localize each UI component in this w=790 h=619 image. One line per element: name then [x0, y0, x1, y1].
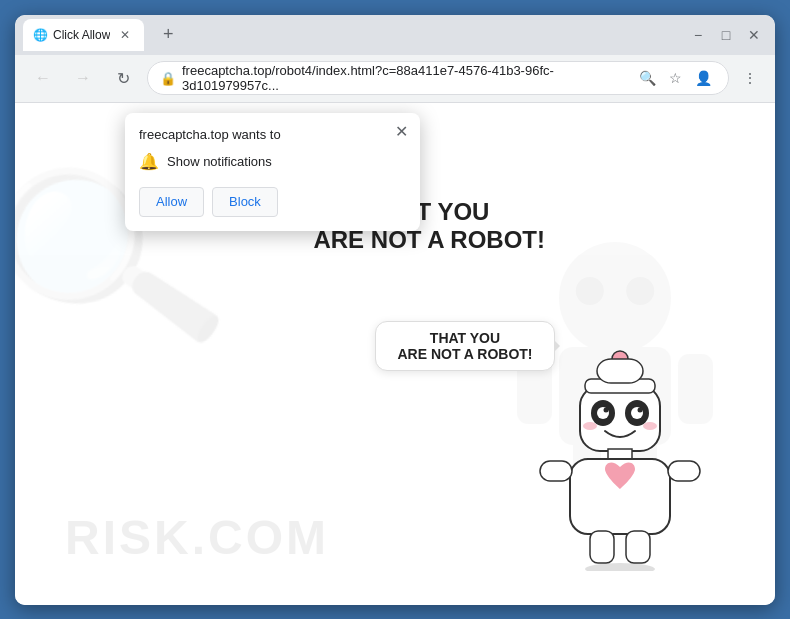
permission-text: Show notifications	[167, 154, 272, 169]
maximize-button[interactable]: □	[713, 22, 739, 48]
svg-point-16	[638, 407, 643, 412]
close-button[interactable]: ✕	[741, 22, 767, 48]
watermark-text: RISK.COM	[65, 510, 329, 565]
svg-point-27	[585, 563, 655, 571]
lock-icon: 🔒	[160, 71, 176, 86]
toolbar-right: ⋮	[737, 65, 763, 91]
minimize-button[interactable]: −	[685, 22, 711, 48]
svg-point-17	[583, 422, 597, 430]
svg-rect-24	[668, 461, 700, 481]
back-button[interactable]: ←	[27, 62, 59, 94]
title-bar: 🌐 Click Allow ✕ + − □ ✕	[15, 15, 775, 55]
bell-icon: 🔔	[139, 152, 159, 171]
menu-button[interactable]: ⋮	[737, 65, 763, 91]
window-controls: − □ ✕	[685, 22, 767, 48]
tab-favicon: 🌐	[33, 28, 47, 42]
popup-buttons: Allow Block	[139, 187, 406, 217]
profile-icon[interactable]: 👤	[690, 65, 716, 91]
browser-window: 🌐 Click Allow ✕ + − □ ✕ ← → ↻ 🔒 freecapt…	[15, 15, 775, 605]
svg-rect-21	[597, 359, 643, 383]
popup-title: freecaptcha.top wants to	[139, 127, 406, 142]
search-icon[interactable]: 🔍	[634, 65, 660, 91]
new-tab-button[interactable]: +	[154, 21, 182, 49]
robot-svg	[525, 341, 715, 571]
page-content: 🔍 RISK.COM THAT YOU ARE NOT A ROBOT! THA…	[15, 103, 775, 605]
speech-bubble-text: THAT YOUARE NOT A ROBOT!	[397, 330, 532, 362]
address-actions: 🔍 ☆ 👤	[634, 65, 716, 91]
speech-bubble: THAT YOUARE NOT A ROBOT!	[375, 321, 555, 371]
notification-popup: ✕ freecaptcha.top wants to 🔔 Show notifi…	[125, 113, 420, 231]
svg-point-15	[604, 407, 609, 412]
svg-point-7	[626, 277, 654, 305]
forward-button[interactable]: →	[67, 62, 99, 94]
block-button[interactable]: Block	[212, 187, 278, 217]
address-text: freecaptcha.top/robot4/index.html?c=88a4…	[182, 63, 628, 93]
svg-point-18	[643, 422, 657, 430]
svg-point-0	[559, 242, 671, 354]
svg-rect-10	[580, 386, 660, 451]
svg-rect-26	[626, 531, 650, 563]
tab-title: Click Allow	[53, 28, 110, 42]
active-tab[interactable]: 🌐 Click Allow ✕	[23, 19, 144, 51]
popup-close-button[interactable]: ✕	[390, 121, 412, 143]
tab-close-button[interactable]: ✕	[116, 26, 134, 44]
robot-illustration: THAT YOUARE NOT A ROBOT!	[525, 341, 715, 575]
allow-button[interactable]: Allow	[139, 187, 204, 217]
refresh-button[interactable]: ↻	[107, 62, 139, 94]
toolbar: ← → ↻ 🔒 freecaptcha.top/robot4/index.htm…	[15, 55, 775, 103]
svg-rect-25	[590, 531, 614, 563]
popup-permission: 🔔 Show notifications	[139, 152, 406, 171]
svg-rect-23	[540, 461, 572, 481]
address-bar[interactable]: 🔒 freecaptcha.top/robot4/index.html?c=88…	[147, 61, 729, 95]
bookmark-icon[interactable]: ☆	[662, 65, 688, 91]
svg-point-6	[576, 277, 604, 305]
